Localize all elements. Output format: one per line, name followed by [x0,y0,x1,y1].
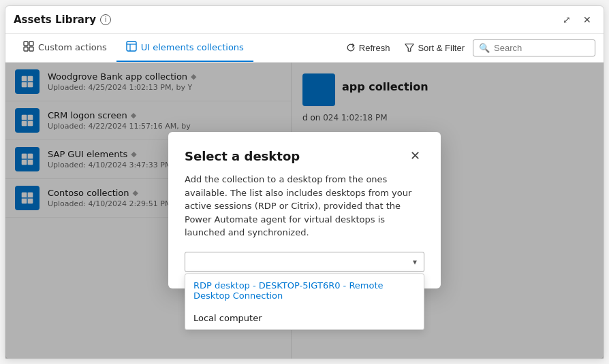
toolbar-actions: Refresh Sort & Filter 🔍 [339,39,595,57]
svg-rect-0 [24,42,28,46]
dropdown-option-local[interactable]: Local computer [185,307,424,329]
refresh-button[interactable]: Refresh [339,39,397,57]
info-icon[interactable]: i [100,14,111,25]
tab-ui-elements[interactable]: UI elements collections [116,34,253,62]
search-input[interactable] [494,43,589,53]
chevron-down-icon: ▾ [413,257,417,267]
modal-close-button[interactable]: ✕ [406,148,424,163]
dropdown-options-list: RDP desktop - DESKTOP-5IGT6R0 - Remote D… [185,274,424,330]
svg-rect-2 [24,47,28,51]
close-button[interactable]: ✕ [579,12,595,28]
filter-icon [405,43,414,52]
svg-rect-4 [127,42,136,51]
custom-actions-icon [23,41,34,54]
dropdown-option-rdp[interactable]: RDP desktop - DESKTOP-5IGT6R0 - Remote D… [185,274,424,307]
tab-ui-elements-label: UI elements collections [141,42,244,52]
modal-title: Select a desktop [185,149,300,163]
svg-rect-1 [29,42,33,46]
desktop-dropdown[interactable]: ▾ [185,252,424,272]
window-title: Assets Library [14,14,96,26]
svg-rect-3 [29,47,33,51]
refresh-icon [346,43,356,52]
search-box[interactable]: 🔍 [473,39,595,56]
window-controls: ⤢ ✕ [559,12,595,28]
svg-marker-7 [405,44,413,52]
tab-custom-actions-label: Custom actions [38,42,107,52]
search-icon: 🔍 [479,43,490,53]
maximize-button[interactable]: ⤢ [559,12,575,28]
main-window: Assets Library i ⤢ ✕ Custom actions [5,5,604,359]
modal-description: Add the collection to a desktop from the… [185,173,424,239]
sort-filter-button[interactable]: Sort & Filter [398,39,471,57]
modal-overlay: Select a desktop ✕ Add the collection to… [5,63,604,359]
refresh-label: Refresh [359,43,390,53]
ui-elements-icon [126,41,137,54]
content-area: Woodgrove Bank app collection ◆ Uploaded… [5,63,604,359]
toolbar: Custom actions UI elements collections R… [5,34,604,63]
desktop-dropdown-wrapper: ▾ RDP desktop - DESKTOP-5IGT6R0 - Remote… [185,252,424,272]
modal-header: Select a desktop ✕ [185,148,424,163]
sort-filter-label: Sort & Filter [418,43,465,53]
tab-custom-actions[interactable]: Custom actions [14,34,116,62]
select-desktop-modal: Select a desktop ✕ Add the collection to… [168,132,441,288]
title-bar: Assets Library i ⤢ ✕ [5,6,604,34]
